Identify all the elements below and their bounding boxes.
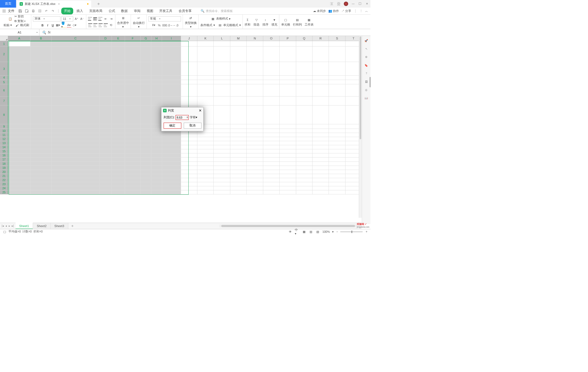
file-menu[interactable]: 文件 — [8, 9, 14, 13]
cell[interactable] — [30, 137, 52, 141]
cell[interactable] — [125, 149, 140, 153]
cell[interactable] — [280, 46, 296, 62]
cell[interactable] — [162, 186, 181, 190]
apps-icon[interactable] — [337, 2, 341, 6]
cell[interactable] — [52, 76, 99, 80]
ok-button[interactable]: 确定 — [164, 123, 181, 129]
cell[interactable] — [30, 174, 52, 178]
table-style-icon[interactable]: ▦ — [210, 17, 215, 21]
cell[interactable] — [30, 190, 52, 194]
cell[interactable] — [197, 166, 214, 170]
cell[interactable] — [99, 133, 112, 137]
zoom-in-button[interactable]: ＋ — [365, 230, 368, 234]
cell[interactable] — [230, 153, 247, 157]
cell[interactable] — [30, 145, 52, 149]
cell[interactable] — [313, 174, 329, 178]
cell[interactable] — [112, 124, 125, 129]
cell[interactable] — [329, 153, 345, 157]
cell[interactable] — [141, 157, 151, 162]
cell[interactable] — [99, 145, 112, 149]
cell[interactable] — [280, 166, 296, 170]
cell[interactable] — [99, 178, 112, 182]
column-width-input[interactable]: 8.63 — [176, 115, 189, 120]
cell[interactable] — [313, 84, 329, 97]
cell[interactable] — [30, 157, 52, 162]
cell[interactable] — [151, 178, 162, 182]
cell[interactable] — [263, 149, 280, 153]
cell[interactable] — [263, 41, 280, 46]
cell[interactable] — [151, 80, 162, 84]
zoom-fx-icon[interactable]: 🔍 — [42, 30, 46, 35]
cell[interactable] — [181, 186, 197, 190]
cell[interactable] — [329, 106, 345, 124]
vertical-scrollbar[interactable] — [359, 36, 362, 218]
cell[interactable] — [313, 133, 329, 137]
cell[interactable] — [263, 137, 280, 141]
cell[interactable] — [8, 178, 30, 182]
cell[interactable] — [197, 170, 214, 174]
cell[interactable] — [162, 157, 181, 162]
cell[interactable] — [247, 41, 263, 46]
cell[interactable] — [181, 145, 197, 149]
cell[interactable] — [99, 76, 112, 80]
cell[interactable] — [197, 46, 214, 62]
cell[interactable] — [151, 166, 162, 170]
column-header[interactable]: R — [313, 36, 329, 41]
indent-right-icon[interactable]: ⇥ — [109, 17, 113, 21]
cell[interactable] — [151, 162, 162, 166]
cell[interactable] — [263, 186, 280, 190]
row-header[interactable]: 9 — [0, 124, 8, 129]
cell[interactable] — [263, 174, 280, 178]
cell[interactable] — [162, 46, 181, 62]
cell[interactable] — [280, 190, 296, 194]
cell[interactable] — [151, 182, 162, 186]
column-header[interactable]: A — [8, 36, 30, 41]
row-header[interactable]: 14 — [0, 145, 8, 149]
cell[interactable] — [141, 162, 151, 166]
cell[interactable] — [296, 162, 313, 166]
cell[interactable] — [181, 153, 197, 157]
cell[interactable] — [125, 124, 140, 129]
cell[interactable] — [8, 182, 30, 186]
cell[interactable] — [181, 166, 197, 170]
cell[interactable] — [151, 174, 162, 178]
cell[interactable] — [181, 133, 197, 137]
cell[interactable] — [112, 97, 125, 106]
cell[interactable] — [214, 174, 230, 178]
cell[interactable] — [162, 41, 181, 46]
sum-label[interactable]: 求和 — [244, 23, 251, 27]
cell[interactable] — [8, 174, 30, 178]
row-header[interactable]: 25 — [0, 190, 8, 194]
decrease-font-icon[interactable]: A⁻ — [80, 17, 84, 21]
cell[interactable] — [162, 84, 181, 97]
undo-icon[interactable]: ↶ — [44, 9, 48, 13]
cell[interactable] — [8, 153, 30, 157]
image-icon[interactable]: 🖼 — [364, 79, 368, 84]
cell[interactable] — [280, 157, 296, 162]
cell[interactable] — [197, 41, 214, 46]
cell[interactable] — [313, 124, 329, 129]
cell[interactable] — [313, 97, 329, 106]
cell[interactable] — [280, 174, 296, 178]
cell[interactable] — [30, 41, 52, 46]
status-mode-icon[interactable]: ▢ — [2, 230, 7, 234]
row-header[interactable]: 5 — [0, 80, 8, 84]
target-icon[interactable]: ◎ — [364, 88, 368, 92]
cell[interactable] — [329, 190, 345, 194]
cell[interactable] — [141, 190, 151, 194]
cell[interactable] — [296, 157, 313, 162]
cell[interactable] — [30, 186, 52, 190]
cell[interactable] — [263, 62, 280, 76]
cond-format-label[interactable]: 条件格式 — [200, 23, 212, 27]
cell[interactable] — [30, 46, 52, 62]
menu-tab-8[interactable]: 会员专享 — [176, 8, 194, 14]
cell[interactable] — [313, 137, 329, 141]
cell[interactable] — [52, 182, 99, 186]
cell[interactable] — [230, 149, 247, 153]
italic-button[interactable]: I — [45, 24, 50, 27]
cells-icon[interactable]: ▢ — [283, 17, 289, 23]
cell[interactable] — [313, 166, 329, 170]
cell[interactable] — [247, 186, 263, 190]
cell[interactable] — [214, 97, 230, 106]
cell[interactable] — [214, 182, 230, 186]
